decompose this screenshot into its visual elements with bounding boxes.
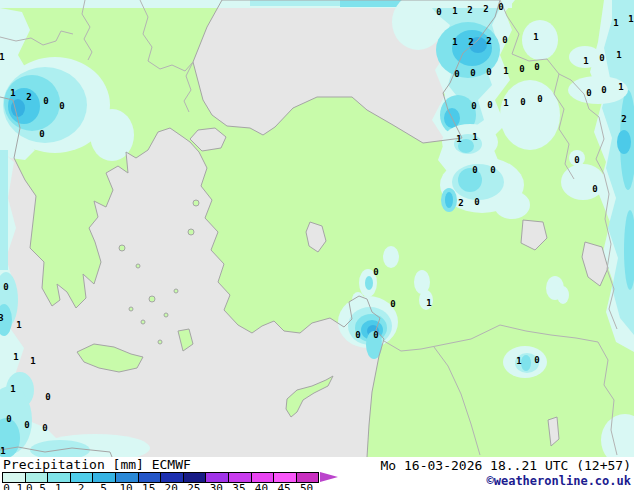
colorbar-segment <box>71 473 94 482</box>
colorbar-tick-label: 25 <box>183 482 206 490</box>
legend-unit: [mm] <box>113 457 144 472</box>
colorbar-segment <box>206 473 229 482</box>
colorbar-segment <box>252 473 275 482</box>
colorbar-tick-label: 1 <box>47 482 70 490</box>
colorbar-segment <box>139 473 162 482</box>
colorbar-tick-label: 0.5 <box>25 482 48 490</box>
colorbar-tick-label: 50 <box>295 482 318 490</box>
colorbar-segment <box>229 473 252 482</box>
legend-title: Precipitation [mm] ECMWF <box>3 457 191 472</box>
map-canvas <box>0 0 634 457</box>
legend-parameter: Precipitation <box>3 457 105 472</box>
colorbar-tick-label: 20 <box>160 482 183 490</box>
colorbar-tick-label: 45 <box>273 482 296 490</box>
valid-time-text: Mo 16-03-2026 18..21 UTC (12+57) <box>381 458 631 473</box>
colorbar-segment <box>274 473 297 482</box>
colorbar-segment <box>48 473 71 482</box>
colorbar-arrow-icon <box>320 472 338 482</box>
colorbar-tick-label: 15 <box>137 482 160 490</box>
copyright-text: ©weatheronline.co.uk <box>487 474 632 488</box>
colorbar-segment <box>116 473 139 482</box>
colorbar-tick-label: 40 <box>250 482 273 490</box>
colorbar-tick-labels: 0.10.5125101520253035404550 <box>2 482 318 490</box>
colorbar-tick-label: 0.1 <box>2 482 25 490</box>
colorbar-segment <box>3 473 26 482</box>
legend-bar: Precipitation [mm] ECMWF Mo 16-03-2026 1… <box>0 457 634 490</box>
colorbar-tick-label: 5 <box>92 482 115 490</box>
colorbar-tick-label: 2 <box>70 482 93 490</box>
colorbar-tick-label: 10 <box>115 482 138 490</box>
colorbar-segment <box>184 473 207 482</box>
legend-model: ECMWF <box>152 457 191 472</box>
colorbar-tick-label: 30 <box>205 482 228 490</box>
weather-map-app: 1120000311110000101220122010001000010011… <box>0 0 634 490</box>
colorbar-segment <box>26 473 49 482</box>
colorbar-tick-label: 35 <box>228 482 251 490</box>
colorbar-segment <box>297 473 319 482</box>
colorbar-segment <box>93 473 116 482</box>
precipitation-map: 1120000311110000101220122010001000010011… <box>0 0 634 457</box>
colorbar-segment <box>161 473 184 482</box>
